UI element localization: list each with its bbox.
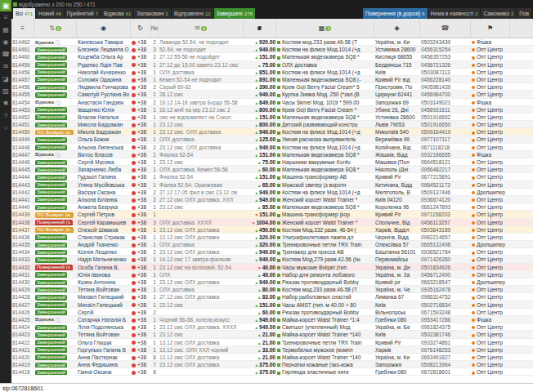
viber-icon[interactable] (132, 145, 136, 149)
viber-icon[interactable] (132, 71, 136, 75)
customer-phone[interactable]: 0982214657 (420, 234, 471, 240)
viber-icon[interactable] (132, 108, 136, 112)
viber-icon[interactable] (132, 48, 136, 52)
viber-icon[interactable] (132, 363, 136, 368)
table-row[interactable]: 814452ЗавершенийВласюк Наталья+381смс не… (11, 114, 533, 121)
customer-phone[interactable]: 0986314752 (420, 293, 471, 300)
viber-icon[interactable] (132, 236, 136, 240)
order-id[interactable]: 814420 (11, 354, 34, 360)
column-header-comment[interactable]: ✉6 (159, 19, 244, 38)
viber-icon[interactable] (132, 123, 136, 127)
viber-icon[interactable] (132, 154, 136, 158)
status-tab[interactable]: Прийнятий7 (65, 8, 101, 19)
customer-phone[interactable]: 0456315254 (420, 46, 471, 52)
status-tab[interactable]: Самовивіз2 (481, 8, 516, 19)
viber-icon[interactable] (132, 371, 136, 375)
table-row[interactable]: 814444ЗавершенийГудзьол Галина+381Фиалка… (11, 173, 533, 180)
order-id[interactable]: 814423 (11, 331, 34, 337)
table-row[interactable]: 814454ВідмоваⓘАнастасія Гандзюк+38219.12… (11, 99, 533, 106)
table-row[interactable]: 814420ЗавершенийАнна Пастернак+38813.12 … (11, 354, 533, 361)
table-row[interactable]: 814457ЗавершенийСоломія Одарина+381Кемел… (11, 76, 533, 83)
table-row[interactable]: 814429ЗавершенийТетяна Войтован+381ОЛХ д… (11, 286, 533, 293)
app-logo[interactable]: ▣ (0, 0, 11, 11)
viber-icon[interactable] (132, 296, 136, 300)
customer-phone[interactable]: 0501916652 (420, 114, 471, 120)
order-id[interactable]: 814460 (11, 53, 34, 60)
table-row[interactable]: 814461ЗавершенийБлєзнюк Людмила О+38352-… (11, 46, 533, 53)
order-id[interactable]: 814446 (11, 158, 34, 165)
order-id[interactable]: 814452 (11, 114, 34, 120)
customer-phone[interactable]: 0502381746 (420, 331, 471, 337)
order-id[interactable]: 814449 (11, 136, 34, 142)
viber-icon[interactable] (132, 56, 136, 60)
status-tab[interactable]: Відправлені12 (172, 8, 213, 19)
viber-icon[interactable] (132, 265, 136, 270)
table-row[interactable]: 814433ЗавершенийНадія Мельниченко+38114.… (11, 256, 533, 263)
order-id[interactable]: 814431 (11, 271, 34, 278)
order-id[interactable]: 814426 (11, 309, 34, 315)
viber-icon[interactable] (132, 220, 136, 225)
column-header-pref[interactable]: ↻ (131, 19, 150, 38)
viber-icon[interactable] (132, 78, 136, 82)
order-id[interactable]: 814429 (11, 286, 34, 292)
table-row[interactable]: 814425ВідмоваⓘСатарчук Наталія Б+381Чорн… (11, 316, 533, 323)
viber-icon[interactable] (132, 318, 136, 323)
viber-icon[interactable] (132, 138, 136, 142)
table-row[interactable]: 814458ЗавершенийНиколай Кучеренко+381ОЛХ… (11, 69, 533, 76)
customer-phone[interactable]: 0456228140 (420, 76, 471, 82)
table-row[interactable]: 814443ЗавершенийУляна Мусійовська+381Фіа… (11, 181, 533, 189)
order-id[interactable]: 814453 (11, 106, 34, 113)
customer-phone[interactable]: 0456357253 (420, 53, 471, 60)
order-id[interactable]: 814424 (11, 323, 34, 330)
viber-icon[interactable] (132, 213, 136, 217)
customer-phone[interactable]: 0501916650 (420, 121, 471, 127)
order-id[interactable]: 814450 (11, 128, 34, 135)
customer-phone[interactable]: 0456984700 (420, 91, 471, 97)
order-id[interactable]: 814441 (11, 196, 34, 203)
status-tab[interactable]: Пов (517, 8, 531, 19)
column-header-region[interactable]: ◈ (374, 19, 420, 38)
customer-phone[interactable]: 0503643189 (420, 226, 471, 233)
viber-icon[interactable] (132, 311, 136, 315)
customer-phone[interactable]: 0501834926 (420, 264, 471, 270)
customer-phone[interactable]: 0932186655 (420, 151, 471, 158)
viber-icon[interactable] (132, 333, 136, 337)
order-id[interactable]: 814425 (11, 316, 34, 323)
order-id[interactable]: 814430 (11, 278, 34, 285)
viber-icon[interactable] (132, 288, 136, 292)
table-row[interactable]: 814438Повернений (з.Сергей Карамышев+383… (11, 219, 533, 226)
customer-phone[interactable]: 0677215891 (420, 173, 471, 180)
order-id[interactable]: 814459 (11, 61, 34, 68)
viber-icon[interactable] (132, 63, 136, 67)
order-id[interactable]: 814432 (11, 264, 34, 270)
viber-icon[interactable] (132, 41, 136, 45)
order-id[interactable]: 814448 (11, 144, 34, 150)
order-id[interactable]: 814437 (11, 226, 34, 233)
order-id[interactable]: 814433 (11, 256, 34, 262)
order-id[interactable]: 814438 (11, 219, 34, 225)
table-row[interactable]: 814440ЗавершенийАнжела Безрука+38123.12 … (11, 203, 533, 211)
customer-phone[interactable]: 0984521173 (420, 181, 471, 188)
status-tab[interactable]: Запаковані1 (134, 8, 171, 19)
table-row[interactable]: 814462ВідмоваⓘКанєвська Тамара+382Лаванд… (11, 38, 533, 46)
customer-phone[interactable]: 0456712490 (420, 271, 471, 278)
column-header-source[interactable]: ⚑ (471, 19, 510, 38)
order-id[interactable]: 814428 (11, 293, 34, 300)
table-row[interactable]: 814450ПО Возврат (ж.Мікола Бадражан+3812… (11, 128, 533, 136)
table-row[interactable]: 814431ЗавершенийЮлія Іванова+381ОЛХ▲49.0… (11, 271, 533, 278)
settings-icon[interactable]: ✱ (0, 97, 11, 109)
table-row[interactable]: 814455ЗавершенийСамотуй Руслана Во+38128… (11, 91, 533, 98)
mail-icon[interactable]: ✉ (0, 60, 11, 73)
table-row[interactable]: 814434ЗавершенийКсенія Лещенко+38223.12 … (11, 248, 533, 256)
column-header-price[interactable]: ₴ (244, 19, 276, 38)
viber-icon[interactable] (132, 183, 136, 187)
order-id[interactable]: 814439 (11, 211, 34, 217)
table-row[interactable]: 814439ПО Возврат (ж.Сергей Петров+381▼15… (11, 211, 533, 218)
viber-icon[interactable] (132, 303, 136, 307)
order-id[interactable]: 814458 (11, 69, 34, 75)
table-row[interactable]: 814432Повернений (з.Особа Галина В.+3812… (11, 264, 533, 271)
viber-icon[interactable] (132, 168, 136, 172)
table-row[interactable]: 814449ЗавершенийОльга Божик+381ОЛХ доста… (11, 136, 533, 143)
customer-phone[interactable]: 0503149021 (420, 99, 471, 105)
viber-icon[interactable] (132, 161, 136, 165)
